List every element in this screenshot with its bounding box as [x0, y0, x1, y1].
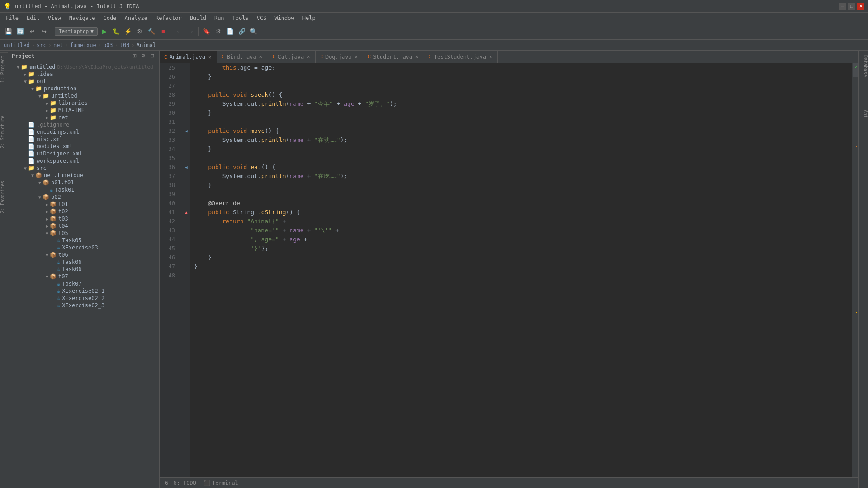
project-panel-tab[interactable]: 1: Project: [0, 52, 8, 85]
menu-refactor[interactable]: Refactor: [152, 14, 185, 22]
student-java-tab-close[interactable]: ✕: [415, 54, 419, 59]
search-button[interactable]: 🔍: [249, 27, 259, 37]
profile-button[interactable]: ⚙: [135, 27, 145, 37]
bookmark-button[interactable]: 🔖: [202, 27, 212, 37]
tree-item-encodings[interactable]: 📄 encodings.xml: [8, 128, 159, 136]
tree-item-p02-t06[interactable]: ▼ 📦 t06: [8, 251, 159, 258]
save-all-button[interactable]: 💾: [4, 27, 14, 37]
bird-java-tab-close[interactable]: ✕: [259, 54, 263, 59]
breadcrumb-t03[interactable]: t03: [120, 42, 130, 48]
tree-item-p02-t04[interactable]: ▶ 📦 t04: [8, 222, 159, 230]
breadcrumb-animal[interactable]: Animal: [137, 42, 156, 48]
back-button[interactable]: ←: [174, 27, 184, 37]
tree-item-p02-t07[interactable]: ▼ 📦 t07: [8, 273, 159, 280]
todo-tab[interactable]: 6: 6: TODO: [163, 479, 198, 487]
tree-item-metainf[interactable]: ▶ 📁 META-INF: [8, 107, 159, 114]
breadcrumb-net[interactable]: net: [53, 42, 63, 48]
tab-bird-java[interactable]: C Bird.java ✕: [217, 51, 268, 63]
tree-item-xexercise02-2[interactable]: ☕ XExercise02_2: [8, 295, 159, 302]
menu-navigate[interactable]: Navigate: [66, 14, 99, 22]
tree-item-p01t01[interactable]: ▼ 📦 p01.t01: [8, 179, 159, 186]
tree-item-task06[interactable]: ☕ Task06: [8, 258, 159, 266]
tree-item-net-out[interactable]: ▶ 📁 net: [8, 114, 159, 121]
close-button[interactable]: ✕: [857, 3, 864, 10]
structure-panel-tab[interactable]: 2: Structure: [0, 113, 8, 151]
favorites-panel-tab[interactable]: 2: Favorites: [0, 178, 8, 216]
tab-student-java[interactable]: C Student.java ✕: [363, 51, 424, 63]
sidebar-settings-button[interactable]: ⚙: [140, 52, 147, 59]
menu-vcs[interactable]: VCS: [253, 14, 270, 22]
code-area[interactable]: this.age = age; } public void speak() { …: [190, 63, 852, 477]
tab-dog-java[interactable]: C Dog.java ✕: [316, 51, 363, 63]
run-button[interactable]: ▶: [99, 27, 109, 37]
sidebar-expand-button[interactable]: ⊟: [149, 52, 156, 59]
menu-view[interactable]: View: [44, 14, 65, 22]
tree-item-p02[interactable]: ▼ 📦 p02: [8, 193, 159, 201]
sidebar-scope-button[interactable]: ⊞: [131, 52, 138, 59]
sync-button[interactable]: 🔄: [15, 27, 25, 37]
database-panel-tab[interactable]: Database: [859, 52, 868, 80]
maximize-button[interactable]: □: [848, 3, 855, 10]
minimize-button[interactable]: ─: [839, 3, 846, 10]
forward-button[interactable]: →: [186, 27, 196, 37]
run-config-selector[interactable]: TestLaptop ▼: [55, 27, 98, 36]
tree-item-src[interactable]: ▼ 📁 src: [8, 164, 159, 172]
tab-teststudent-java[interactable]: C TestStudent.java ✕: [424, 51, 498, 63]
tree-item-p02-t03[interactable]: ▶ 📦 t03: [8, 215, 159, 222]
tree-item-task01[interactable]: ☕ Task01: [8, 186, 159, 193]
breadcrumb-fumeixue[interactable]: fumeixue: [70, 42, 96, 48]
build-tools-button[interactable]: ⚙: [213, 27, 223, 37]
file-type-button[interactable]: 📄: [225, 27, 235, 37]
menu-run[interactable]: Run: [211, 14, 228, 22]
tree-item-xexercise02-3[interactable]: ☕ XExercise02_3: [8, 302, 159, 309]
menu-window[interactable]: Window: [271, 14, 297, 22]
tree-item-task07[interactable]: ☕ Task07: [8, 280, 159, 287]
tree-item-xexercise03[interactable]: ☕ XExercise03: [8, 244, 159, 251]
tree-item-libraries[interactable]: ▶ 📁 libraries: [8, 99, 159, 107]
tree-item-idea[interactable]: ▶ 📁 .idea: [8, 70, 159, 78]
menu-code[interactable]: Code: [100, 14, 120, 22]
dog-java-tab-close[interactable]: ✕: [354, 54, 359, 59]
tree-item-untitled-root[interactable]: ▼ 📁 untitled D:\Users\A\IdeaProjects\unt…: [8, 63, 159, 70]
breadcrumb-src[interactable]: src: [37, 42, 47, 48]
undo-button[interactable]: ↩: [27, 27, 37, 37]
tab-animal-java[interactable]: C Animal.java ✕: [160, 51, 217, 63]
attach-debugger-button[interactable]: 🔗: [237, 27, 247, 37]
tree-item-p02-t05[interactable]: ▼ 📦 t05: [8, 230, 159, 237]
teststudent-java-tab-close[interactable]: ✕: [488, 54, 493, 59]
menu-file[interactable]: File: [2, 14, 22, 22]
debug-button[interactable]: 🐛: [111, 27, 121, 37]
ant-panel-tab[interactable]: Ant: [859, 107, 868, 121]
tree-item-production[interactable]: ▼ 📁 production: [8, 85, 159, 92]
scroll-strip[interactable]: ✓: [852, 63, 858, 477]
menu-edit[interactable]: Edit: [23, 14, 43, 22]
tree-item-untitled-sub[interactable]: ▼ 📁 untitled: [8, 92, 159, 99]
tree-item-uidesigner[interactable]: 📄 uiDesigner.xml: [8, 150, 159, 157]
menu-analyze[interactable]: Analyze: [121, 14, 151, 22]
redo-button[interactable]: ↪: [39, 27, 49, 37]
stop-button[interactable]: ■: [158, 27, 168, 37]
tree-item-p02-t02[interactable]: ▶ 📦 t02: [8, 208, 159, 215]
terminal-tab[interactable]: ⬛ Terminal: [202, 479, 240, 487]
coverage-button[interactable]: ⚡: [123, 27, 133, 37]
tree-item-workspace[interactable]: 📄 workspace.xml: [8, 157, 159, 164]
menu-help[interactable]: Help: [299, 14, 319, 22]
tree-item-p02-t01[interactable]: ▶ 📦 t01: [8, 201, 159, 208]
cat-java-tab-close[interactable]: ✕: [306, 54, 311, 59]
tree-item-xexercise02-1[interactable]: ☕ XExercise02_1: [8, 287, 159, 295]
tree-item-task06-[interactable]: ☕ Task06_: [8, 266, 159, 273]
build-project-button[interactable]: 🔨: [146, 27, 156, 37]
tree-item-out[interactable]: ▼ 📁 out: [8, 78, 159, 85]
tree-item-task05[interactable]: ☕ Task05: [8, 237, 159, 244]
tab-cat-java[interactable]: C Cat.java ✕: [268, 51, 316, 63]
toolbar: 💾 🔄 ↩ ↪ TestLaptop ▼ ▶ 🐛 ⚡ ⚙ 🔨 ■ ← → 🔖 ⚙…: [0, 23, 868, 40]
tree-item-modules[interactable]: 📄 modules.xml: [8, 143, 159, 150]
breadcrumb-p03[interactable]: p03: [103, 42, 113, 48]
tree-item-net-fumeixue[interactable]: ▼ 📦 net.fumeixue: [8, 172, 159, 179]
menu-tools[interactable]: Tools: [229, 14, 252, 22]
tree-item-gitignore[interactable]: 📄 .gitignore: [8, 121, 159, 128]
menu-build[interactable]: Build: [186, 14, 210, 22]
tree-item-misc[interactable]: 📄 misc.xml: [8, 136, 159, 143]
animal-java-tab-close[interactable]: ✕: [208, 55, 212, 60]
breadcrumb-untitled[interactable]: untitled: [4, 42, 30, 48]
